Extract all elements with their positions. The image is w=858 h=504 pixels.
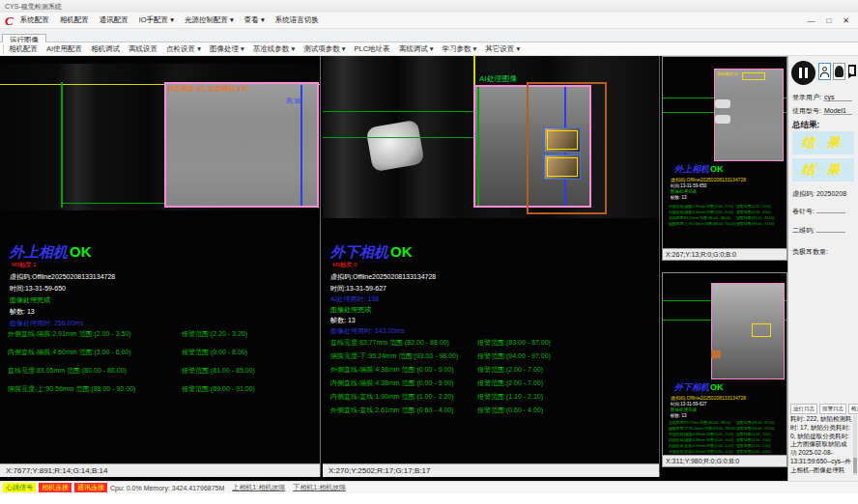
barcode-line: 虚拟码:Offline20250208133134728 xyxy=(671,177,746,182)
tab-run-log[interactable]: 运行日志 xyxy=(790,404,817,414)
measurement-row: 内侧直线-直线:1.90mm 范围:(1.00 - 2.20) xyxy=(669,443,733,448)
toolbar: 相机配置 AI使用配置 相机调试 离线设置 点检设置 ▾ 图像处理 ▾ 基准线参… xyxy=(0,42,858,56)
model-value: Model1 xyxy=(823,107,852,115)
elapsed-line: 图像处理用时: 256.00ms xyxy=(10,319,84,328)
camera-view-lower[interactable]: AI处理图像 外下相机OK M9触发:0 虚拟码:Offline20250208… xyxy=(323,56,660,477)
camera-result-title: 外下相机OK xyxy=(330,243,413,262)
yellow-reference-line xyxy=(473,56,475,89)
frame-count-line: 帧数: 13 xyxy=(10,307,35,317)
elapsed-line: 图像处理用时: 143.00ms xyxy=(330,326,405,336)
barcode-line: 虚拟码:Offline20250208133134728 xyxy=(10,272,115,282)
virtual-code-row: 虚拟码: 20250208 xyxy=(792,189,846,199)
camera-view-upper[interactable]: 固定阈值:93, 动态阈值:100 高:88 外上相机OK M9触发:1 虚拟码… xyxy=(0,56,321,477)
camera-result-title: 外上相机OK xyxy=(674,163,724,176)
time-line: 时间:13-31-59-627 xyxy=(671,402,706,406)
menu-language-switch[interactable]: 系统语言切换 xyxy=(275,15,319,25)
barcode-line: 虚拟码:Offline20250208133134728 xyxy=(330,272,436,282)
time-line: 时间:13-31-59-627 xyxy=(330,284,386,294)
process-done-line: 图像处理完成 xyxy=(10,295,50,305)
camera-canvas-lower[interactable]: AI处理图像 外下相机OK M9触发:0 虚拟码:Offline20250208… xyxy=(323,56,659,463)
lower-camera-status: 下相机1:相机故障 xyxy=(293,483,346,492)
menu-light-config[interactable]: 光源控制配置 ▾ xyxy=(185,15,234,25)
tool-image-process[interactable]: 图像处理 ▾ xyxy=(210,44,244,54)
measurement-row: 内侧直线-隔膜:4.38mm 范围:(0.00 - 9.00) xyxy=(669,437,733,442)
pause-button[interactable] xyxy=(791,61,815,85)
camera-thumb-lower[interactable]: 外下相机OK 虚拟码:Offline20250208133134728 时间:1… xyxy=(662,272,787,467)
tool-camera-config[interactable]: 相机配置 xyxy=(9,44,38,54)
alarm-range: 报警范围:(2.00 - 7.00) xyxy=(736,437,770,442)
green-edge-line xyxy=(477,87,479,206)
user-login-button[interactable] xyxy=(818,63,831,80)
log-tab-strip: 运行日志 报警日志 检测日志 xyxy=(790,404,858,414)
camera-thumb-upper[interactable]: 固定阈值:93 外上相机OK 虚拟码:Offline20250208133134… xyxy=(662,56,787,261)
frame-count-line: 帧数: 13 xyxy=(330,316,356,325)
alarm-range: 报警范围:(89.00 - 91.00) xyxy=(182,384,255,394)
status-bar: 心跳信号 相机连接 通讯连接 Cpu: 0.0% Memory: 3424.41… xyxy=(0,481,858,493)
alarm-range: 报警范围:(1.10 - 2.10) xyxy=(736,443,770,448)
menu-bar: C 系统配置 相机配置 通讯配置 IO手配置 ▾ 光源控制配置 ▾ 查看 ▾ 系… xyxy=(0,13,858,29)
tool-ai-usage-config[interactable]: AI使用配置 xyxy=(46,44,82,54)
measurement-row: 隔膜宽度-上:90.56mm 范围:(88.00 - 92.00) xyxy=(669,221,735,226)
tool-offline-debug[interactable]: 离线调试 ▾ xyxy=(399,44,434,54)
alarm-range: 报警范围:(94.00 - 97.00) xyxy=(736,426,774,431)
measurement-row: 隔膜宽度-下:95.24mm 范围:(93.00 - 98.00) xyxy=(330,351,458,361)
overlay-marker xyxy=(752,323,771,337)
tool-learn-params[interactable]: 学习参数 ▾ xyxy=(442,44,476,54)
window-controls: — □ ✕ xyxy=(807,16,849,25)
camera-name-label: 外上相机 xyxy=(674,164,709,174)
ai-overlay-label: AI处理图像 xyxy=(479,73,518,84)
threshold-overlay-label: 固定阈值:93 xyxy=(717,71,738,76)
camera-canvas-upper[interactable]: 固定阈值:93, 动态阈值:100 高:88 外上相机OK M9触发:1 虚拟码… xyxy=(0,56,320,463)
measurement-row: 外侧直线-直线:2.61mm 范围:(0.60 - 4.00) xyxy=(330,406,454,415)
user-switch-button[interactable] xyxy=(833,63,845,80)
logout-button[interactable] xyxy=(845,63,858,80)
app-window: CYS-视觉检测系统 C 系统配置 相机配置 通讯配置 IO手配置 ▾ 光源控制… xyxy=(0,0,858,504)
login-user-row: 登录用户: cys xyxy=(792,93,852,102)
alarm-range: 报警范围:(83.00 - 87.00) xyxy=(477,338,551,348)
close-icon[interactable]: ✕ xyxy=(843,16,849,25)
upper-camera-status: 上相机1:相机故障 xyxy=(232,483,285,492)
needle-value xyxy=(816,212,845,213)
qrcode-value xyxy=(816,232,845,233)
maximize-icon[interactable]: □ xyxy=(826,16,831,25)
tool-camera-debug[interactable]: 相机调试 xyxy=(91,44,120,54)
tool-plc-address[interactable]: PLC地址表 xyxy=(355,44,390,54)
tool-offline-setting[interactable]: 离线设置 xyxy=(129,44,157,54)
threshold-overlay-label: 固定阈值:93, 动态阈值:100 xyxy=(168,84,248,94)
tool-other-settings[interactable]: 其它设置 ▾ xyxy=(485,44,520,54)
time-line: 时间:13-31-59-650 xyxy=(10,284,66,294)
measurement-row: 隔膜宽度-下:95.24mm 范围:(93.00 - 98.00) xyxy=(669,426,735,431)
model-row: 使用型号: Model1 xyxy=(792,106,852,116)
camera-name-label: 外下相机 xyxy=(674,382,709,392)
tab-detect-log[interactable]: 检测日志 xyxy=(848,404,858,414)
defect-patch-outline xyxy=(547,157,578,177)
logout-arrow-icon xyxy=(848,72,853,78)
right-panel: 登录用户: cys 使用型号: Model1 总结果: 结 果 结 果 虚拟码:… xyxy=(787,56,858,481)
menu-view[interactable]: 查看 ▾ xyxy=(244,15,265,25)
tool-test-params[interactable]: 测试项参数 ▾ xyxy=(303,44,345,54)
log-scroll-thumb[interactable] xyxy=(853,458,857,473)
measurement-row: 外侧直线-隔膜:2.91mm 范围:(2.00 - 3.50) xyxy=(669,204,733,209)
tab-alarm-log[interactable]: 报警日志 xyxy=(819,404,846,414)
qrcode-row: 二维码: xyxy=(792,226,845,236)
camera-thumb-canvas[interactable]: 外下相机OK 虚拟码:Offline20250208133134728 时间:1… xyxy=(663,273,786,455)
camera-thumb-canvas[interactable]: 固定阈值:93 外上相机OK 虚拟码:Offline20250208133134… xyxy=(663,57,786,248)
login-user-value: cys xyxy=(823,94,852,101)
tab-strip: 运行图像 xyxy=(0,29,858,42)
user-icon xyxy=(822,67,827,71)
alarm-range: 报警范围:(2.20 - 3.20) xyxy=(736,204,770,209)
log-scrollbar[interactable] xyxy=(853,415,857,475)
menu-system-config[interactable]: 系统配置 xyxy=(20,15,49,25)
menu-camera-config[interactable]: 相机配置 xyxy=(60,15,89,25)
blue-measure-label: 高:88 xyxy=(286,97,302,106)
minimize-icon[interactable]: — xyxy=(807,16,815,25)
tool-baseline-params[interactable]: 基准线参数 ▾ xyxy=(253,44,295,54)
menu-io-config[interactable]: IO手配置 ▾ xyxy=(139,15,174,25)
tab-count-label: 负极耳数量: xyxy=(792,248,828,255)
tool-spot-check[interactable]: 点检设置 ▾ xyxy=(166,44,201,54)
toolbar-separator xyxy=(3,44,4,54)
model-label: 使用型号: xyxy=(792,107,821,114)
process-done-line: 图像处理完成 xyxy=(671,407,697,412)
menu-comm-config[interactable]: 通讯配置 xyxy=(100,15,129,25)
pause-icon xyxy=(799,68,802,78)
